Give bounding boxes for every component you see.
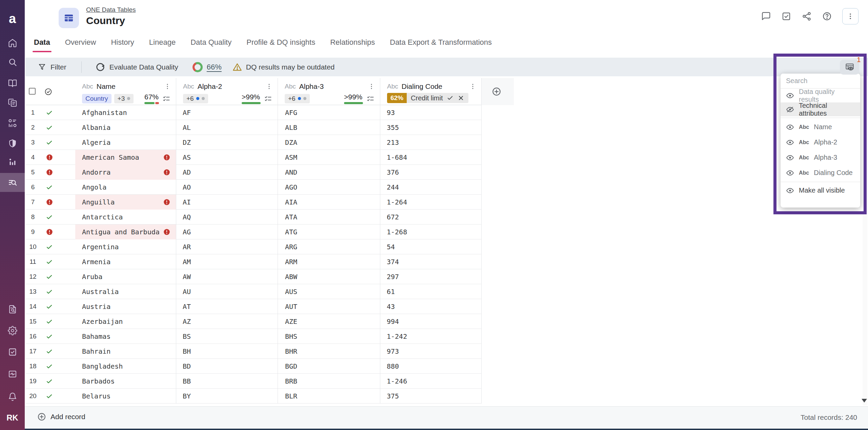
column-header-dialing-code[interactable]: Abc Dialing Code 62% Credit limit <box>380 78 481 105</box>
tab[interactable]: Data Export & Transformations <box>390 38 492 52</box>
cell-alpha3[interactable]: ARM <box>278 254 380 269</box>
sidebar-item-documents[interactable] <box>0 93 25 112</box>
rule-quality-chip[interactable]: 62% <box>387 93 407 103</box>
cell-dialing-code[interactable]: 1-684 <box>380 150 481 165</box>
sidebar-item-data-structures[interactable] <box>0 114 25 133</box>
scrollbar-down-arrow[interactable] <box>862 399 867 403</box>
cell-name[interactable]: Algeria <box>75 135 176 150</box>
sidebar-item-tasks[interactable] <box>0 343 25 361</box>
term-chip[interactable]: Country <box>82 94 112 103</box>
cell-dialing-code[interactable]: 54 <box>380 239 481 254</box>
panel-attribute-item[interactable]: Abc Dialing Code <box>781 165 860 180</box>
cell-dialing-code[interactable]: 213 <box>380 135 481 150</box>
tasks-icon[interactable] <box>781 11 791 21</box>
cell-alpha2[interactable]: AD <box>176 165 278 180</box>
cell-alpha3[interactable]: ATG <box>278 224 380 239</box>
cell-name[interactable]: American Samoa <box>75 150 176 165</box>
cell-dialing-code[interactable]: 375 <box>380 389 481 404</box>
tab[interactable]: Profile & DQ insights <box>246 38 315 52</box>
cell-name[interactable]: Azerbaijan <box>75 314 176 329</box>
cell-alpha3[interactable]: ASM <box>278 150 380 165</box>
panel-attribute-item[interactable]: Abc Alpha-3 <box>781 150 860 165</box>
share-icon[interactable] <box>802 11 812 21</box>
panel-item-dq-results[interactable]: Data quality results <box>781 89 860 102</box>
tab[interactable]: Relationships <box>330 38 375 52</box>
cell-dialing-code[interactable]: 994 <box>380 314 481 329</box>
cell-dialing-code[interactable]: 61 <box>380 284 481 299</box>
comments-icon[interactable] <box>761 11 771 21</box>
validity-column-icon[interactable] <box>44 87 53 96</box>
cell-dialing-code[interactable]: 1-264 <box>380 195 481 210</box>
cell-dialing-code[interactable]: 1-268 <box>380 224 481 239</box>
cell-alpha2[interactable]: AG <box>176 224 278 239</box>
cell-alpha3[interactable]: BHR <box>278 344 380 359</box>
cell-dialing-code[interactable]: 355 <box>380 120 481 135</box>
panel-attribute-item[interactable]: Abc Name <box>781 119 860 135</box>
cell-alpha3[interactable]: BLR <box>278 389 380 404</box>
cell-alpha3[interactable]: ARG <box>278 239 380 254</box>
cell-alpha3[interactable]: DZA <box>278 135 380 150</box>
quality-score[interactable]: 67% <box>144 93 159 104</box>
tab[interactable]: Data <box>34 38 50 52</box>
cell-name[interactable]: Belarus <box>75 389 176 404</box>
cell-name[interactable]: Andorra <box>75 165 176 180</box>
cell-dialing-code[interactable]: 1-242 <box>380 329 481 344</box>
cell-dialing-code[interactable]: 244 <box>380 180 481 195</box>
cell-alpha3[interactable]: BRB <box>278 374 380 389</box>
filter-button[interactable]: Filter <box>38 63 66 72</box>
cell-alpha3[interactable]: AFG <box>278 105 380 120</box>
user-avatar[interactable]: RK <box>0 413 25 423</box>
cell-name[interactable]: Bahamas <box>75 329 176 344</box>
cell-alpha3[interactable]: ALB <box>278 120 380 135</box>
rule-pass-icon[interactable] <box>447 95 453 101</box>
cell-alpha2[interactable]: DZ <box>176 135 278 150</box>
sidebar-item-search[interactable] <box>0 53 25 72</box>
cell-alpha3[interactable]: ATA <box>278 210 380 224</box>
cell-dialing-code[interactable]: 1-246 <box>380 374 481 389</box>
overflow-chip[interactable]: +6 <box>183 94 208 103</box>
add-record-button[interactable]: Add record <box>37 412 85 422</box>
cell-name[interactable]: Afghanistan <box>75 105 176 120</box>
column-header-name[interactable]: Abc Name Country +3 67% <box>75 78 176 105</box>
cell-dialing-code[interactable]: 297 <box>380 269 481 284</box>
tab[interactable]: Lineage <box>149 38 176 52</box>
cell-alpha3[interactable]: AIA <box>278 195 380 210</box>
sidebar-item-knowledge-catalog[interactable] <box>0 74 25 93</box>
cell-dialing-code[interactable]: 374 <box>380 254 481 269</box>
cell-dialing-code[interactable]: 93 <box>380 105 481 120</box>
cell-alpha2[interactable]: AZ <box>176 314 278 329</box>
cell-name[interactable]: Antigua and Barbuda <box>75 224 176 239</box>
cell-alpha2[interactable]: AQ <box>176 210 278 224</box>
sidebar-item-governance[interactable] <box>0 134 25 153</box>
cell-alpha2[interactable]: AI <box>176 195 278 210</box>
sidebar-item-settings[interactable] <box>0 321 25 340</box>
cell-name[interactable]: Aruba <box>75 269 176 284</box>
panel-item-technical-attributes[interactable]: Technical attributes <box>781 102 860 116</box>
rule-fail-icon[interactable] <box>458 95 464 101</box>
cell-alpha3[interactable]: AUT <box>278 299 380 314</box>
panel-item-make-all-visible[interactable]: Make all visible <box>781 183 860 197</box>
overflow-chip[interactable]: +6 <box>285 94 310 103</box>
panel-attribute-item[interactable]: Abc Alpha-2 <box>781 135 860 150</box>
select-all-checkbox[interactable] <box>29 88 36 95</box>
rule-chip[interactable]: Credit limit <box>407 93 468 103</box>
cell-name[interactable]: Barbados <box>75 374 176 389</box>
cell-name[interactable]: Anguilla <box>75 195 176 210</box>
cell-alpha2[interactable]: AO <box>176 180 278 195</box>
cell-name[interactable]: Australia <box>75 284 176 299</box>
help-icon[interactable] <box>822 11 832 21</box>
column-menu-icon[interactable] <box>368 83 375 90</box>
overflow-chip[interactable]: +3 <box>114 94 134 103</box>
evaluate-dq-button[interactable]: Evaluate Data Quality <box>95 62 178 72</box>
cell-dialing-code[interactable]: 376 <box>380 165 481 180</box>
cell-name[interactable]: Argentina <box>75 239 176 254</box>
cell-name[interactable]: Armenia <box>75 254 176 269</box>
column-header-alpha2[interactable]: Abc Alpha-2 +6 >99% <box>176 78 278 105</box>
column-menu-icon[interactable] <box>265 83 273 90</box>
column-menu-icon[interactable] <box>164 83 171 90</box>
cell-alpha2[interactable]: AM <box>176 254 278 269</box>
vertical-scrollbar[interactable] <box>863 78 867 405</box>
tab[interactable]: History <box>111 38 134 52</box>
dq-rules-icon[interactable] <box>264 95 272 103</box>
cell-alpha2[interactable]: AS <box>176 150 278 165</box>
